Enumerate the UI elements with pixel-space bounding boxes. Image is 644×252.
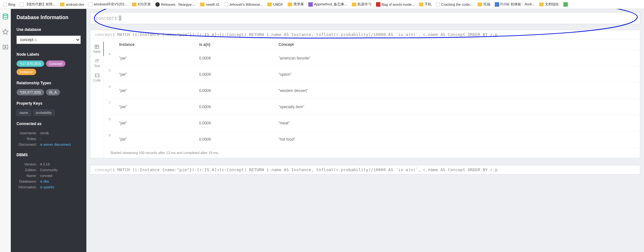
bookmark-label: Releases · Neargye-... (161, 3, 196, 6)
column-isa[interactable]: is a(n) (199, 42, 278, 47)
bookmark-item[interactable]: Jehovah's Witnesse... (222, 1, 265, 8)
folder-icon (539, 3, 544, 6)
property-key-pill[interactable]: name (17, 109, 31, 116)
cell-isa: 0.0009 (199, 88, 278, 93)
row-index: 9 (104, 133, 115, 137)
bookmark-item[interactable]: Bag of words mode... (374, 1, 417, 8)
label-pill[interactable]: *(17,878,053) (17, 60, 44, 67)
cell-isa: 0.0009 (199, 105, 278, 109)
database-select[interactable]: concept ⌂ (17, 36, 81, 44)
property-keys-heading: Property Keys (17, 101, 81, 106)
projects-icon[interactable] (2, 44, 9, 50)
bookmark-item[interactable]: IOS开发 (130, 1, 153, 8)
left-rail (0, 9, 11, 252)
bookmark-label: IOS开发 (138, 2, 151, 7)
view-tabs: Table Text Code (91, 39, 104, 158)
bookmark-item[interactable]: windows环境VS201... (87, 1, 129, 8)
relationship-types-list: *(33,377,320)IS_A (17, 89, 81, 95)
dbms-name: concept (40, 173, 80, 178)
query-header[interactable]: concept$ MATCH (i:Instance {name:"pie"})… (91, 30, 640, 39)
query-result-block-2: concept$ MATCH (i:Instance {name:"pie"})… (90, 165, 640, 175)
bookmark-item[interactable]: 【线性代数】矩阵... (18, 1, 57, 8)
text-cursor (119, 16, 121, 21)
command-prompt: concept$ (96, 16, 117, 21)
label-pill[interactable]: Instance (17, 69, 36, 75)
cell-concept: "hot food" (278, 137, 640, 142)
use-database-heading: Use database (17, 27, 81, 32)
svg-rect-2 (3, 45, 8, 49)
dbms-info: Version:4.3.18 Edition:Community Name:co… (17, 161, 81, 190)
dbms-version: 4.3.18 (40, 162, 80, 167)
cell-isa: 0.0009 (199, 137, 278, 142)
bookmark-item[interactable]: 手机 (417, 1, 433, 8)
table-row[interactable]: 4 "pie" 0.0009 "american favorite" (104, 50, 640, 66)
dbs-link[interactable]: dbs (40, 179, 49, 183)
bookmark-label: 文档指纹 (545, 2, 559, 7)
connection-info: Username:neo4j Roles:- Disconnect:server… (17, 130, 81, 148)
node-labels-heading: Node Labels (17, 52, 81, 57)
property-key-pill[interactable]: probability (33, 109, 55, 116)
tab-table[interactable]: Table (91, 42, 104, 56)
conn-username: neo4j (40, 130, 80, 136)
bookmark-item[interactable] (561, 1, 571, 8)
folder-icon (132, 3, 137, 6)
bookmark-item[interactable]: Releases · Neargye-... (153, 1, 198, 8)
row-index: 4 (104, 52, 115, 56)
bookmark-item[interactable]: 文档指纹 (537, 1, 561, 8)
main-layout: Database Information Use database concep… (0, 9, 644, 252)
bookmark-item[interactable]: FUSE 初体验：Andr... (493, 1, 537, 8)
row-index: 8 (104, 117, 115, 121)
page-icon (20, 2, 23, 7)
bookmark-label: Bag of words mode... (382, 3, 415, 6)
sidebar: Database Information Use database concep… (11, 9, 86, 252)
bookmark-item[interactable]: newifi d1 (198, 2, 221, 7)
tab-text[interactable]: Text (91, 56, 104, 70)
command-input[interactable]: concept$ (90, 12, 640, 24)
property-keys-list: nameprobability (17, 109, 81, 116)
bookmark-item[interactable]: Appmethod_备忘事... (306, 1, 349, 8)
conn-roles: - (40, 136, 80, 141)
svg-marker-1 (3, 29, 8, 34)
bookmark-item[interactable]: 黑苹果 (286, 1, 306, 8)
label-pill[interactable]: *(33,377,320) (17, 89, 44, 95)
folder-icon (478, 3, 482, 6)
bookmark-item[interactable]: android-dev (58, 2, 86, 7)
label-pill[interactable]: IS_A (46, 89, 60, 95)
column-concept[interactable]: Concept (278, 42, 640, 47)
cell-instance: "pie" (104, 56, 199, 60)
query-header-2[interactable]: concept$ MATCH (i:Instance {name:"pie"})… (91, 165, 640, 174)
bookmark-label: Appmethod_备忘事... (314, 2, 347, 7)
folder-icon (419, 3, 423, 6)
result-footer: Started streaming 100 records after 13 m… (104, 148, 640, 158)
table-row[interactable]: 6 "pie" 0.0009 "western dessert" (104, 83, 640, 99)
database-icon[interactable] (2, 13, 9, 20)
table-row[interactable]: 8 "pie" 0.0009 "meat" (104, 115, 640, 131)
bookmark-label: windows环境VS201... (94, 2, 127, 7)
column-instance[interactable]: Instance (104, 42, 199, 47)
bookmark-item[interactable]: Bing (1, 1, 17, 8)
table-row[interactable]: 5 "pie" 0.0009 "option" (104, 66, 640, 83)
label-pill[interactable]: Concept (46, 60, 65, 67)
dbms-edition: Community (40, 167, 80, 172)
cell-instance: "pie" (104, 121, 199, 125)
bookmark-item[interactable]: 机器学习 (350, 1, 373, 8)
table-row[interactable]: 9 "pie" 0.0009 "hot food" (104, 131, 640, 148)
table-row[interactable]: 7 "pie" 0.0009 "specialty item" (104, 99, 640, 115)
bookmark-label: newifi d1 (206, 3, 219, 6)
bookmark-item[interactable]: UMDF (265, 2, 285, 7)
relationship-types-heading: Relationship Types (17, 81, 81, 85)
connected-as-heading: Connected as (17, 122, 81, 126)
tab-code[interactable]: Code (91, 70, 104, 85)
table-header: Instance is a(n) Concept (104, 39, 640, 50)
bookmark-item[interactable]: Cracking the codin... (434, 1, 475, 8)
sysinfo-link[interactable]: sysinfo (40, 185, 54, 189)
cell-instance: "pie" (104, 88, 199, 93)
bookmark-label: 【线性代数】矩阵... (25, 2, 56, 7)
dbms-heading: DBMS (17, 153, 81, 157)
star-icon[interactable] (2, 29, 9, 35)
bookmark-item[interactable]: 托福 (476, 1, 492, 8)
bookmark-label: 托福 (483, 2, 490, 7)
folder-icon (352, 3, 356, 6)
server-disconnect-link[interactable]: server disconnect (40, 143, 71, 146)
cell-concept: "western dessert" (278, 88, 640, 93)
